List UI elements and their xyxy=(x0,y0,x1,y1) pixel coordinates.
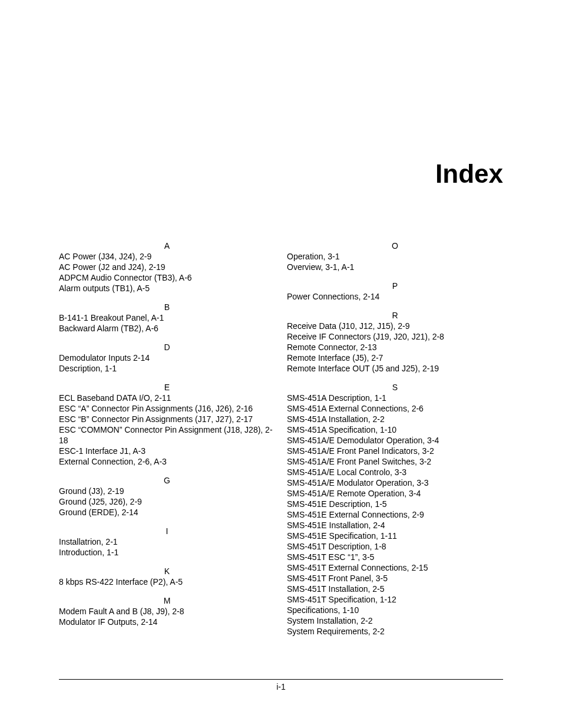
index-entry: SMS-451E External Connections, 2-9 xyxy=(287,509,503,520)
index-entry: Ground (J3), 2-19 xyxy=(59,486,275,496)
index-entry: SMS-451E Installation, 2-4 xyxy=(287,520,503,531)
index-entry: AC Power (J2 and J24), 2-19 xyxy=(59,262,275,272)
index-entry: Introduction, 1-1 xyxy=(59,547,275,558)
index-letter: G xyxy=(59,475,275,486)
index-entry: SMS-451A/E Remote Operation, 3-4 xyxy=(287,488,503,499)
page-footer: i-1 xyxy=(59,679,503,691)
index-entry: Modem Fault A and B (J8, J9), 2-8 xyxy=(59,606,275,617)
index-entry: SMS-451T Description, 1-8 xyxy=(287,541,503,552)
index-entry: ESC “A” Connector Pin Assignments (J16, … xyxy=(59,403,275,414)
index-entry: Receive IF Connectors (J19, J20, J21), 2… xyxy=(287,331,503,342)
index-letter: S xyxy=(287,382,503,393)
index-letter: O xyxy=(287,241,503,251)
index-entry: Operation, 3-1 xyxy=(287,251,503,262)
index-entry: Overview, 3-1, A-1 xyxy=(287,262,503,272)
index-letter: E xyxy=(59,382,275,393)
index-column: AAC Power (J34, J24), 2-9AC Power (J2 an… xyxy=(59,241,275,637)
index-entry: Remote Interface OUT (J5 and J25), 2-19 xyxy=(287,363,503,374)
index-entry: SMS-451T Specification, 1-12 xyxy=(287,594,503,605)
index-letter: D xyxy=(59,342,275,353)
index-entry: SMS-451T External Connections, 2-15 xyxy=(287,562,503,573)
index-column: OOperation, 3-1Overview, 3-1, A-1PPower … xyxy=(287,241,503,637)
index-entry: SMS-451T Front Panel, 3-5 xyxy=(287,573,503,584)
index-entry: SMS-451A/E Demodulator Operation, 3-4 xyxy=(287,435,503,446)
index-entry: SMS-451E Description, 1-5 xyxy=(287,499,503,509)
index-letter: P xyxy=(287,281,503,291)
index-entry: Power Connections, 2-14 xyxy=(287,291,503,302)
index-entry: SMS-451A/E Modulator Operation, 3-3 xyxy=(287,477,503,488)
index-entry: Ground (J25, J26), 2-9 xyxy=(59,496,275,507)
index-letter: K xyxy=(59,566,275,577)
index-letter: M xyxy=(59,595,275,606)
index-entry: SMS-451A Description, 1-1 xyxy=(287,393,503,403)
index-entry: Remote Connector, 2-13 xyxy=(287,342,503,353)
index-entry: SMS-451A Specification, 1-10 xyxy=(287,424,503,435)
index-entry: SMS-451T ESC “1”, 3-5 xyxy=(287,552,503,562)
index-entry: Backward Alarm (TB2), A-6 xyxy=(59,323,275,334)
index-entry: ESC-1 Interface J1, A-3 xyxy=(59,446,275,456)
page-number: i-1 xyxy=(276,682,286,691)
index-entry: Specifications, 1-10 xyxy=(287,605,503,615)
page-title: Index xyxy=(435,159,503,189)
index-entry: SMS-451E Specification, 1-11 xyxy=(287,531,503,541)
index-entry: ADPCM Audio Connector (TB3), A-6 xyxy=(59,272,275,283)
index-letter: R xyxy=(287,310,503,321)
index-entry: AC Power (J34, J24), 2-9 xyxy=(59,251,275,262)
index-entry: Modulator IF Outputs, 2-14 xyxy=(59,617,275,627)
index-entry: SMS-451A/E Front Panel Indicators, 3-2 xyxy=(287,446,503,456)
index-entry: SMS-451A/E Front Panel Switches, 3-2 xyxy=(287,456,503,467)
index-entry: 8 kbps RS-422 Interface (P2), A-5 xyxy=(59,577,275,587)
index-entry: Ground (ERDE), 2-14 xyxy=(59,507,275,518)
index-entry: ESC “COMMON” Connector Pin Assignment (J… xyxy=(59,424,275,446)
index-letter: B xyxy=(59,302,275,312)
index-entry: SMS-451A External Connections, 2-6 xyxy=(287,403,503,414)
index-entry: SMS-451A Installation, 2-2 xyxy=(287,414,503,424)
index-entry: Remote Interface (J5), 2-7 xyxy=(287,353,503,363)
index-entry: SMS-451A/E Local Controlo, 3-3 xyxy=(287,467,503,477)
index-entry: System Requirements, 2-2 xyxy=(287,626,503,637)
index-entry: Receive Data (J10, J12, J15), 2-9 xyxy=(287,321,503,331)
index-entry: Installatrion, 2-1 xyxy=(59,536,275,547)
index-entry: Alarm outputs (TB1), A-5 xyxy=(59,283,275,294)
index-entry: System Installation, 2-2 xyxy=(287,615,503,626)
index-entry: B-141-1 Breakout Panel, A-1 xyxy=(59,312,275,323)
index-letter: A xyxy=(59,241,275,251)
index-entry: Description, 1-1 xyxy=(59,363,275,374)
index-entry: External Connection, 2-6, A-3 xyxy=(59,456,275,467)
index-entry: SMS-451T Installation, 2-5 xyxy=(287,584,503,594)
page: Index AAC Power (J34, J24), 2-9AC Power … xyxy=(0,0,562,728)
index-letter: I xyxy=(59,526,275,536)
index-entry: ECL Baseband DATA I/O, 2-11 xyxy=(59,393,275,403)
index-entry: ESC “B” Connector Pin Assignments (J17, … xyxy=(59,414,275,424)
index-entry: Demodulator Inputs 2-14 xyxy=(59,353,275,363)
index-columns: AAC Power (J34, J24), 2-9AC Power (J2 an… xyxy=(59,241,503,637)
